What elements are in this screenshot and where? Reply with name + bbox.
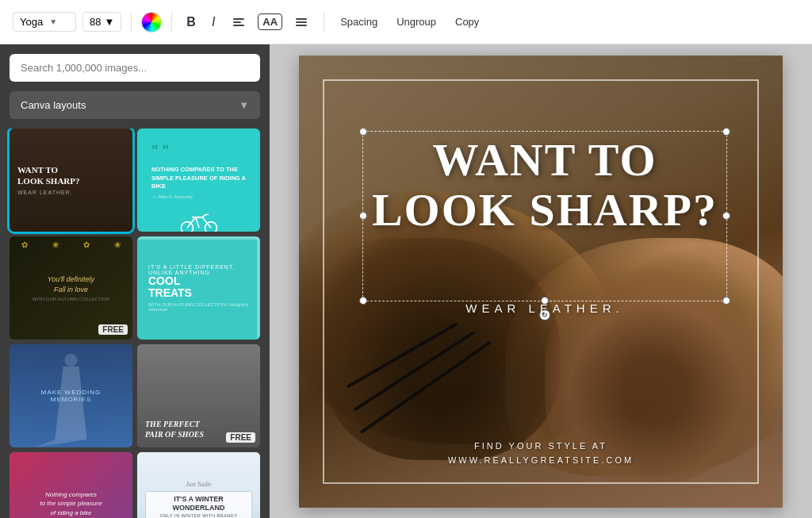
templates-grid: WANT TOLOOK SHARP? WEAR LEATHER. " " NOT… bbox=[0, 129, 270, 518]
template-1-title: WANT TOLOOK SHARP? bbox=[17, 165, 124, 186]
template-8-sub: ONLY IN WINTER WITH BRANDY ALEXANDER bbox=[149, 513, 248, 518]
template-1-sub: WEAR LEATHER. bbox=[17, 190, 124, 195]
template-wedding-dress[interactable]: Make WeddingMemories bbox=[10, 344, 132, 447]
dropdown-label: Canva layouts bbox=[21, 99, 86, 111]
template-nothing-compares-2[interactable]: Nothing comparesto the simple pleasureof… bbox=[10, 452, 132, 518]
template-perfect-pair[interactable]: THE PERFECTPAIR OF SHOES FREE bbox=[137, 344, 260, 447]
bold-button[interactable]: B bbox=[182, 12, 201, 33]
template-7-title: Nothing comparesto the simple pleasureof… bbox=[24, 490, 118, 517]
list-icon bbox=[293, 16, 309, 29]
layout-dropdown[interactable]: Canva layouts ▼ bbox=[10, 91, 260, 119]
template-cool-treats[interactable]: IT'S A LITTLE DIFFERENT, UNLIKE ANYTHING… bbox=[137, 236, 260, 340]
template-4-sub: WITH OUR AUTUMN COLLECTION / delightful … bbox=[148, 302, 249, 312]
canvas-sub-text[interactable]: WEAR LEATHER. bbox=[366, 301, 723, 315]
template-5-text: Make WeddingMemories bbox=[41, 389, 102, 403]
main-layout: Canva layouts ▼ WANT TOLOOK SHARP? WEAR … bbox=[0, 44, 812, 518]
template-3-title: You'll definitelyFall in love bbox=[17, 274, 124, 294]
spacing-button[interactable]: Spacing bbox=[334, 13, 384, 31]
align-icon bbox=[231, 16, 247, 29]
sidebar-search-area bbox=[0, 44, 270, 91]
divider-3 bbox=[324, 13, 324, 32]
template-4-label: IT'S A LITTLE DIFFERENT, UNLIKE ANYTHING bbox=[148, 264, 249, 275]
template-8-title: IT'S A WINTERWONDERLAND bbox=[149, 495, 248, 512]
ungroup-button[interactable]: Ungroup bbox=[390, 13, 442, 31]
font-size-selector[interactable]: 88 ▼ bbox=[82, 12, 121, 32]
template-4-title: COOLTREATS bbox=[148, 275, 249, 300]
template-want-to-look-sharp[interactable]: WANT TOLOOK SHARP? WEAR LEATHER. bbox=[10, 129, 132, 232]
font-selector[interactable]: Yoga ▼ bbox=[13, 12, 76, 32]
size-chevron-icon: ▼ bbox=[104, 16, 114, 28]
template-6-title: THE PERFECTPAIR OF SHOES bbox=[145, 419, 252, 439]
italic-button[interactable]: I bbox=[207, 12, 220, 33]
canvas-footer-line1: FIND YOUR STYLE AT bbox=[299, 439, 783, 454]
template-winter-wonderland[interactable]: Just Sadie IT'S A WINTERWONDERLAND ONLY … bbox=[137, 452, 260, 518]
divider-2 bbox=[171, 13, 172, 32]
divider-1 bbox=[131, 13, 132, 32]
color-picker[interactable] bbox=[141, 12, 162, 33]
dropdown-arrow-icon: ▼ bbox=[239, 99, 249, 111]
canvas-area: ↻ WANT TO LOOK SHARP? WEAR LEATHER. FIND… bbox=[270, 44, 812, 518]
canvas-footer-line2: WWW.REALLYGREATSITE.COM bbox=[299, 454, 783, 468]
canvas-wrapper[interactable]: ↻ WANT TO LOOK SHARP? WEAR LEATHER. FIND… bbox=[299, 56, 783, 508]
template-2-title: NOTHING COMPARES TO THE SIMPLE PLEASURE … bbox=[145, 166, 252, 191]
font-size-label: 88 bbox=[90, 16, 101, 28]
template-2-author: — John F. Kennedy bbox=[145, 191, 252, 202]
canvas-footer[interactable]: FIND YOUR STYLE AT WWW.REALLYGREATSITE.C… bbox=[299, 439, 783, 467]
copy-button[interactable]: Copy bbox=[449, 13, 485, 31]
list-button[interactable] bbox=[289, 13, 314, 32]
sidebar: Canva layouts ▼ WANT TOLOOK SHARP? WEAR … bbox=[0, 44, 270, 518]
bike-icon bbox=[179, 209, 219, 232]
template-3-sub: WITH OUR AUTUMN COLLECTION bbox=[17, 297, 124, 301]
toolbar: Yoga ▼ 88 ▼ B I AA Spacing Ungroup Copy bbox=[0, 0, 812, 44]
search-input[interactable] bbox=[10, 54, 260, 82]
template-fall-in-love[interactable]: ✿ ❀ ✿ ❀ You'll definitelyFall in love WI… bbox=[10, 236, 132, 340]
font-name-label: Yoga bbox=[20, 16, 43, 28]
text-size-button[interactable]: AA bbox=[258, 13, 282, 30]
svg-point-2 bbox=[65, 354, 78, 366]
canvas-line-2: LOOK SHARP? bbox=[366, 185, 723, 236]
canvas-line-1: WANT TO bbox=[366, 135, 723, 186]
template-8-script: Just Sadie bbox=[145, 481, 252, 488]
canvas-main-text[interactable]: WANT TO LOOK SHARP? bbox=[366, 135, 723, 236]
align-button[interactable] bbox=[226, 13, 251, 32]
template-3-free-badge: FREE bbox=[98, 324, 128, 335]
template-nothing-compares[interactable]: " " NOTHING COMPARES TO THE SIMPLE PLEAS… bbox=[137, 129, 260, 232]
font-chevron-icon: ▼ bbox=[49, 17, 57, 26]
